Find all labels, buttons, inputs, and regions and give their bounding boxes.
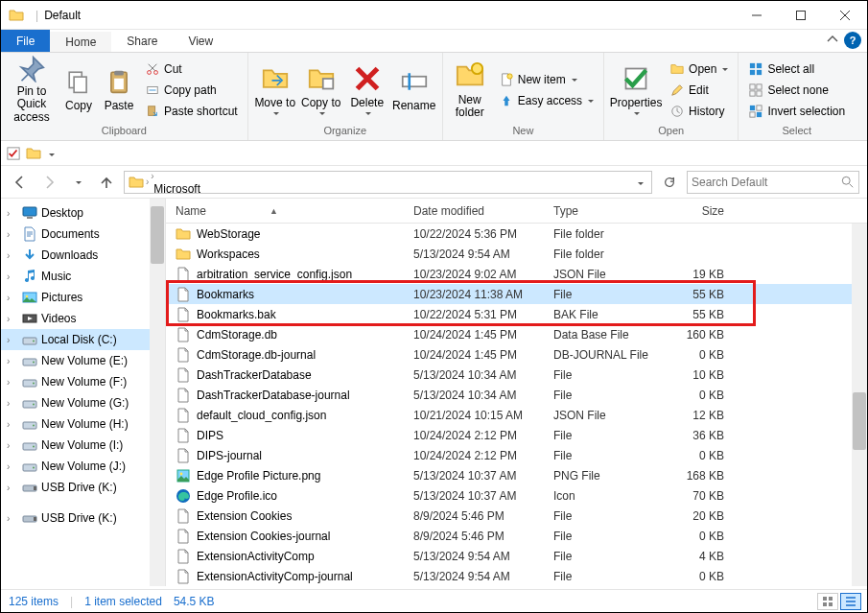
file-row[interactable]: DashTrackerDatabase5/13/2024 10:34 AMFil…	[166, 365, 867, 385]
new-item-button[interactable]: New item	[497, 70, 596, 89]
search-input[interactable]	[692, 176, 841, 189]
file-icon	[176, 408, 191, 423]
file-row[interactable]: arbitration_service_config.json10/23/202…	[166, 264, 867, 284]
nav-documents[interactable]: ›Documents	[1, 224, 165, 245]
close-button[interactable]	[823, 1, 867, 30]
file-row[interactable]: Edge Profile.ico5/13/2024 10:37 AMIcon70…	[166, 485, 867, 506]
minimize-button[interactable]	[735, 1, 779, 30]
file-icon	[176, 448, 191, 463]
file-row[interactable]: Bookmarks10/23/2024 11:38 AMFile55 KB	[166, 284, 867, 304]
select-none-button[interactable]: Select none	[746, 81, 847, 100]
file-row[interactable]: DIPS10/24/2024 2:12 PMFile36 KB	[166, 425, 867, 445]
file-row[interactable]: Extension Cookies-journal8/9/2024 5:46 P…	[166, 526, 867, 546]
file-row[interactable]: default_cloud_config.json10/21/2024 10:1…	[166, 405, 867, 425]
new-folder-button[interactable]: New folder	[447, 57, 493, 124]
nav-volume-i[interactable]: ›New Volume (I:)	[1, 435, 165, 456]
tab-view[interactable]: View	[173, 30, 228, 52]
file-row[interactable]: ExtensionActivityComp5/13/2024 9:54 AMFi…	[166, 546, 867, 566]
file-row[interactable]: Bookmarks.bak10/22/2024 5:31 PMBAK File5…	[166, 304, 867, 324]
copy-to-button[interactable]: Copy to	[298, 57, 344, 124]
file-type: PNG File	[553, 469, 669, 483]
nav-volume-g[interactable]: ›New Volume (G:)	[1, 392, 165, 413]
open-button[interactable]: Open	[668, 59, 730, 79]
nav-pictures[interactable]: ›Pictures	[1, 287, 165, 308]
properties-button[interactable]: Properties	[608, 57, 664, 124]
file-row[interactable]: ExtensionActivityComp-journal5/13/2024 9…	[166, 566, 867, 586]
delete-button[interactable]: Delete	[344, 57, 390, 124]
paste-icon	[104, 66, 134, 97]
nav-music[interactable]: ›Music	[1, 266, 165, 287]
select-all-button[interactable]: Select all	[746, 59, 847, 79]
nav-volume-h[interactable]: ›New Volume (H:)	[1, 413, 165, 435]
file-type: File	[553, 530, 669, 543]
svg-rect-35	[750, 90, 755, 95]
move-to-button[interactable]: Move to	[252, 57, 298, 124]
edit-button[interactable]: Edit	[668, 81, 730, 100]
svg-rect-32	[757, 69, 762, 74]
col-name[interactable]: Name	[176, 204, 206, 218]
file-row[interactable]: DIPS-journal10/24/2024 2:12 PMFile0 KB	[166, 445, 867, 465]
copy-button[interactable]: Copy	[59, 57, 99, 124]
nav-usb-k-2[interactable]: ›USB Drive (K:)	[1, 507, 165, 529]
col-date[interactable]: Date modified	[413, 204, 553, 218]
column-headers[interactable]: Name▲ Date modified Type Size	[166, 199, 867, 224]
nav-scrollbar[interactable]	[150, 199, 165, 586]
refresh-button[interactable]	[658, 171, 681, 194]
nav-downloads[interactable]: ›Downloads	[1, 245, 165, 266]
nav-volume-f[interactable]: ›New Volume (F:)	[1, 371, 165, 392]
nav-desktop[interactable]: ›Desktop	[1, 202, 165, 224]
paste-shortcut-button[interactable]: Paste shortcut	[143, 102, 240, 121]
invert-selection-button[interactable]: Invert selection	[746, 102, 847, 121]
cut-button[interactable]: Cut	[143, 59, 240, 79]
address-dropdown[interactable]	[636, 176, 644, 189]
file-row[interactable]: Edge Profile Picture.png5/13/2024 10:37 …	[166, 465, 867, 485]
maximize-button[interactable]	[779, 1, 823, 30]
ribbon-group-open: Properties Open Edit History Open	[604, 53, 739, 140]
col-size[interactable]: Size	[669, 204, 736, 218]
file-type: File	[553, 449, 669, 462]
rename-button[interactable]: Rename	[390, 57, 438, 124]
collapse-ribbon-button[interactable]	[827, 34, 838, 45]
list-scrollbar[interactable]	[852, 224, 867, 586]
checkbox-toggle[interactable]	[7, 147, 20, 160]
breadcrumb[interactable]: › Users›CSS›AppData›Local›Microsoft›Edge…	[124, 171, 652, 194]
recent-locations-button[interactable]	[66, 171, 89, 194]
back-button[interactable]	[9, 171, 32, 194]
file-date: 10/21/2024 10:15 AM	[413, 409, 553, 422]
open-icon	[669, 61, 685, 77]
drive-icon	[22, 437, 37, 453]
copy-path-button[interactable]: Copy path	[143, 81, 240, 100]
chevron-right-icon[interactable]: ›	[146, 177, 149, 187]
col-type[interactable]: Type	[553, 204, 669, 218]
view-details-button[interactable]	[840, 593, 861, 610]
group-label-clipboard: Clipboard	[5, 125, 244, 138]
search-box[interactable]	[687, 171, 859, 194]
file-row[interactable]: CdmStorage.db10/24/2024 1:45 PMData Base…	[166, 324, 867, 344]
file-row[interactable]: Extension Cookies8/9/2024 5:46 PMFile20 …	[166, 506, 867, 526]
tab-file[interactable]: File	[1, 30, 50, 52]
help-button[interactable]: ?	[844, 32, 861, 49]
view-thumbnails-button[interactable]	[817, 593, 838, 610]
paste-button[interactable]: Paste	[99, 57, 139, 124]
file-row[interactable]: DashTrackerDatabase-journal5/13/2024 10:…	[166, 385, 867, 405]
nav-usb-k[interactable]: ›USB Drive (K:)	[1, 477, 165, 498]
nav-volume-e[interactable]: ›New Volume (E:)	[1, 350, 165, 371]
move-to-icon	[260, 63, 291, 94]
history-button[interactable]: History	[668, 102, 730, 121]
pin-quick-access-button[interactable]: Pin to Quick access	[5, 57, 59, 124]
nav-videos[interactable]: ›Videos	[1, 308, 165, 329]
chevron-right-icon[interactable]: ›	[151, 171, 153, 181]
forward-button[interactable]	[37, 171, 60, 194]
tab-home[interactable]: Home	[50, 30, 111, 52]
nav-local-disk-c[interactable]: ›Local Disk (C:)	[1, 329, 165, 350]
file-row[interactable]: CdmStorage.db-journal10/24/2024 1:45 PMD…	[166, 344, 867, 365]
up-button[interactable]	[95, 171, 118, 194]
easy-access-button[interactable]: Easy access	[497, 91, 596, 110]
file-type: Data Base File	[553, 328, 669, 342]
file-row[interactable]: WebStorage10/22/2024 5:36 PMFile folder	[166, 224, 867, 244]
nav-volume-j[interactable]: ›New Volume (J:)	[1, 456, 165, 477]
qat-dropdown[interactable]	[47, 147, 55, 160]
crumb-microsoft[interactable]: Microsoft	[151, 182, 208, 194]
file-row[interactable]: Workspaces5/13/2024 9:54 AMFile folder	[166, 244, 867, 264]
tab-share[interactable]: Share	[111, 30, 173, 52]
